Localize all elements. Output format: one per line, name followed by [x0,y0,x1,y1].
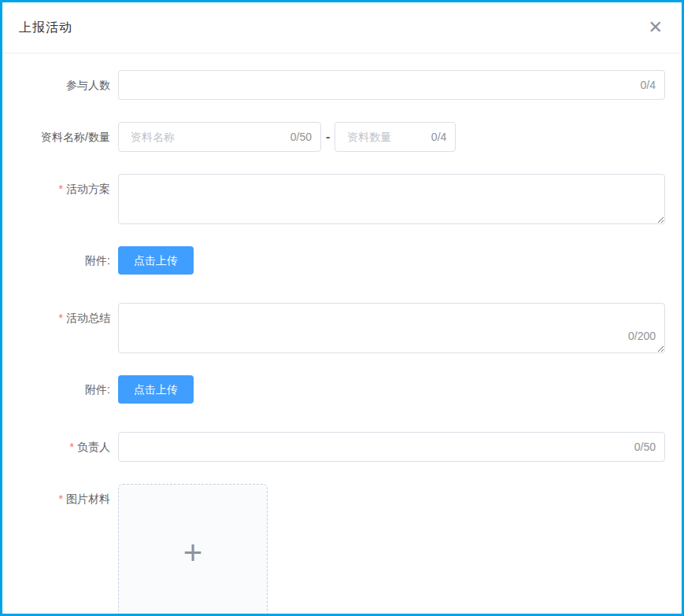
participants-input-wrap: 0/4 [118,70,665,100]
material-name-input[interactable] [118,122,321,152]
summary-textarea[interactable] [118,303,665,353]
form-row-participants: 参与人数 0/4 [2,70,665,100]
plan-attachment-content: 点击上传 [118,246,665,275]
image-upload-dropzone[interactable]: + [118,484,268,616]
participants-input[interactable] [118,70,665,100]
material-label-text: 资料名称/数量 [41,131,110,143]
summary-attachment-label: 附件: [2,375,118,404]
manager-label: *负责人 [2,432,118,462]
summary-upload-button[interactable]: 点击上传 [118,375,194,404]
plan-label-text: 活动方案 [66,183,110,195]
manager-input[interactable] [118,432,665,462]
images-label: *图片材料 [2,484,118,514]
form-row-summary-attachment: 附件: 点击上传 [2,375,665,404]
dialog-header: 上报活动 ✕ [2,2,682,53]
material-qty-wrap: 0/4 [335,122,456,152]
participants-content: 0/4 [118,70,665,100]
manager-required-mark: * [70,441,74,453]
plan-attachment-label-text: 附件: [85,254,110,267]
close-icon[interactable]: ✕ [645,17,666,38]
material-dual-wrap: 0/50 - 0/4 [118,122,665,152]
images-content: + [118,484,665,616]
material-label: 资料名称/数量 [2,122,118,152]
form-row-images: *图片材料 + [2,484,665,616]
form-row-material: 资料名称/数量 0/50 - 0/4 [2,122,665,152]
plan-content [118,174,665,224]
summary-required-mark: * [59,312,63,324]
dialog-title: 上报活动 [19,20,72,36]
material-separator: - [326,122,330,152]
plan-textarea-wrap [118,174,665,224]
plan-label: *活动方案 [2,174,118,204]
summary-label-text: 活动总结 [66,312,110,324]
plan-upload-button[interactable]: 点击上传 [118,246,194,275]
form-row-plan-attachment: 附件: 点击上传 [2,246,665,275]
report-activity-dialog: 上报活动 ✕ 参与人数 0/4 资料名称/数量 0/50 [0,0,684,616]
form-row-summary: *活动总结 0/200 [2,303,665,353]
images-label-text: 图片材料 [66,492,110,505]
plus-icon: + [183,537,203,570]
summary-textarea-wrap: 0/200 [118,303,665,353]
summary-attachment-content: 点击上传 [118,375,665,404]
manager-content: 0/50 [118,432,665,462]
form-row-manager: *负责人 0/50 [2,432,665,462]
summary-content: 0/200 [118,303,665,353]
material-name-wrap: 0/50 [118,122,321,152]
summary-label: *活动总结 [2,303,118,333]
plan-textarea[interactable] [118,174,665,224]
plan-attachment-label: 附件: [2,246,118,275]
form-row-plan: *活动方案 [2,174,665,224]
manager-input-wrap: 0/50 [118,432,665,462]
material-content: 0/50 - 0/4 [118,122,665,152]
plan-required-mark: * [59,183,63,195]
manager-label-text: 负责人 [77,441,110,453]
participants-label-text: 参与人数 [66,79,110,91]
summary-attachment-label-text: 附件: [85,383,110,396]
material-qty-input[interactable] [335,122,456,152]
images-required-mark: * [59,492,63,505]
participants-label: 参与人数 [2,70,118,100]
dialog-body: 参与人数 0/4 资料名称/数量 0/50 - [2,53,682,616]
